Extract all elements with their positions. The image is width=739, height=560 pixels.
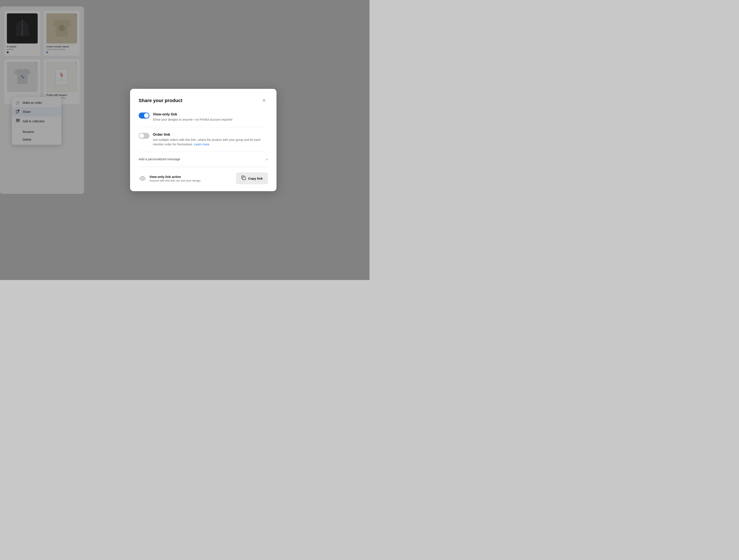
order-link-content: Order link Get multiple orders with this… [153,132,268,147]
divider-3 [139,166,268,166]
copy-link-button[interactable]: Copy link [236,172,268,184]
svg-point-9 [142,177,143,179]
modal-close-button[interactable]: ✕ [260,97,268,105]
modal-title: Share your product [139,98,182,103]
order-link-toggle[interactable] [139,133,149,139]
divider-2 [139,152,268,152]
footer-status-title: View-only link active [149,175,201,178]
view-only-desc: Show your designs to anyone—no Printful … [153,117,268,122]
svg-rect-10 [243,177,246,180]
personalized-message-row[interactable]: Add a personalized message ∨ [139,153,268,165]
view-only-content: View-only link Show your designs to anyo… [153,112,268,122]
eye-icon [139,174,146,182]
learn-more-link[interactable]: Learn more [194,143,209,146]
chevron-down-icon: ∨ [266,157,268,161]
divider-1 [139,127,268,127]
view-only-label: View-only link [153,112,268,117]
toggle-track-off [139,133,149,139]
modal-footer: View-only link active Anyone with this l… [139,167,268,184]
order-link-label: Order link [153,132,268,137]
view-only-toggle[interactable] [139,113,149,119]
toggle-thumb-off [139,134,144,138]
copy-icon [241,175,246,181]
order-link-row: Order link Get multiple orders with this… [139,131,268,151]
footer-status-subtitle: Anyone with this link can see your desig… [149,179,201,182]
toggle-track-on [139,113,149,119]
message-label: Add a personalized message [139,157,180,161]
close-icon: ✕ [262,98,266,103]
share-modal: Share your product ✕ View-only link Show… [130,89,277,191]
view-only-link-row: View-only link Show your designs to anyo… [139,111,268,126]
order-link-desc: Get multiple orders with this link—share… [153,138,268,147]
copy-link-label: Copy link [248,177,263,180]
modal-header: Share your product ✕ [139,97,268,105]
footer-left: View-only link active Anyone with this l… [139,174,201,182]
footer-text: View-only link active Anyone with this l… [149,175,201,182]
toggle-thumb [144,113,149,118]
